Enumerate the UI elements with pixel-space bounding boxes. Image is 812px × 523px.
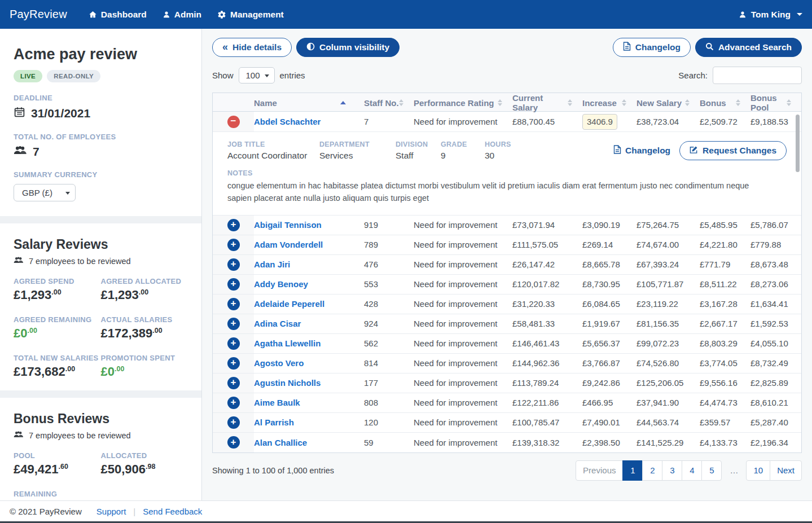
sort-icon (787, 99, 791, 106)
detail-field-label: GRADE (441, 140, 485, 148)
employee-name-link[interactable]: Adina Cisar (254, 319, 364, 328)
stat: ALLOCATED £50,906.98 (101, 451, 188, 477)
current-salary-cell: £113,789.24 (512, 378, 582, 388)
next-page-button[interactable]: Next (770, 460, 802, 481)
staff-no-cell: 919 (364, 220, 414, 230)
bonus-reviews-panel: Bonus Reviews 7 employees to be reviewed… (0, 398, 201, 500)
bonus-pool-cell: £779.88 (750, 240, 801, 249)
stat-label: TOTAL NEW SALARIES (14, 354, 101, 362)
page-button[interactable]: 4 (682, 460, 702, 481)
expand-row-icon[interactable] (227, 397, 240, 409)
hide-details-button[interactable]: « Hide details (212, 38, 292, 57)
employee-name-link[interactable]: Adam Vonderdell (254, 240, 364, 249)
staff-no-cell: 924 (364, 319, 414, 328)
employee-name-link[interactable]: Al Parrish (254, 417, 364, 427)
nav-item-dashboard[interactable]: Dashboard (89, 10, 147, 20)
expand-row-icon[interactable] (227, 416, 240, 429)
detail-field-value: 30 (485, 151, 536, 161)
user-icon (739, 11, 747, 19)
currency-label: SUMMARY CURRENCY (14, 170, 188, 179)
current-salary-cell: £111,575.05 (512, 240, 582, 249)
employee-name-link[interactable]: Agosto Vero (254, 358, 364, 368)
expand-row-icon[interactable] (227, 318, 240, 330)
send-feedback-link[interactable]: Send Feedback (143, 507, 202, 516)
table-row: Agustin Nicholls 177 Need for improvemen… (213, 373, 801, 393)
employee-name-link[interactable]: Agatha Llewellin (254, 339, 364, 348)
new-salary-cell: £67,393.24 (637, 260, 700, 269)
bonus-cell: £4,474.73 (700, 398, 750, 407)
employee-name-link[interactable]: Adelaide Peperell (254, 299, 364, 309)
expand-row-icon[interactable] (227, 258, 240, 271)
new-salary-cell: £38,723.04 (637, 117, 700, 126)
user-menu[interactable]: Tom King (739, 10, 802, 20)
page-button[interactable]: 5 (701, 460, 722, 481)
bonus-stats: POOL £49,421.60 ALLOCATED £50,906.98 REM… (14, 451, 188, 500)
advanced-search-button[interactable]: Advanced Search (695, 38, 802, 57)
page-button[interactable]: 1 (622, 460, 643, 481)
sort-ascending-icon (340, 101, 346, 104)
column-header-new-salary[interactable]: New Salary (637, 98, 700, 108)
detail-field-value: Staff (396, 151, 441, 161)
column-header-performance-rating[interactable]: Performance Rating (414, 98, 512, 108)
bonus-cell: £8,511.22 (700, 279, 750, 289)
sort-icon (568, 99, 572, 106)
search-label: Search: (678, 71, 708, 80)
column-header-name[interactable]: Name (254, 98, 364, 108)
request-changes-button[interactable]: Request Changes (679, 141, 787, 160)
rating-cell: Need for improvement (414, 117, 512, 126)
rating-cell: Need for improvement (414, 240, 512, 249)
column-header-staff-no[interactable]: Staff No. (364, 98, 414, 108)
expanded-row-group: Abdel Schachter 7 Need for improvement £… (213, 112, 801, 216)
column-header-bonus-pool[interactable]: Bonus Pool (750, 93, 801, 112)
changelog-button[interactable]: Changelog (613, 38, 691, 57)
nav-item-admin[interactable]: Admin (163, 10, 201, 20)
scrollbar-thumb[interactable] (796, 115, 800, 172)
expand-row-icon[interactable] (227, 219, 240, 231)
nav-item-management[interactable]: Management (217, 10, 284, 20)
stat-label: ACTUAL SALARIES (101, 315, 188, 324)
employee-name-link[interactable]: Addy Benoey (254, 279, 364, 289)
employee-name-link[interactable]: Abdel Schachter (254, 117, 364, 126)
column-header-current-salary[interactable]: Current Salary (512, 93, 582, 112)
increase-cell: £8,665.78 (582, 260, 637, 269)
row-changelog-link[interactable]: Changelog (613, 145, 670, 156)
bonus-pool-cell: £9,188.53 (750, 117, 801, 126)
bonus-pool-cell: £2,825.89 (750, 378, 801, 388)
rating-cell: Need for improvement (414, 260, 512, 269)
employee-name-link[interactable]: Adan Jiri (254, 260, 364, 269)
employee-name-link[interactable]: Agustin Nicholls (254, 378, 364, 388)
sort-icon (498, 99, 502, 106)
employee-name-link[interactable]: Aime Baulk (254, 398, 364, 407)
increase-input[interactable] (582, 114, 617, 130)
document-icon (613, 145, 621, 156)
increase-cell: £8,730.95 (582, 279, 637, 289)
pagination-summary: Showing 1 to 100 of 1,000 entries (212, 466, 334, 475)
support-link[interactable]: Support (96, 507, 126, 516)
expand-row-icon[interactable] (227, 298, 240, 310)
expand-row-icon[interactable] (227, 357, 240, 370)
bonus-reviews-title: Bonus Reviews (14, 411, 188, 427)
expand-row-icon[interactable] (227, 436, 240, 449)
search-input[interactable] (713, 67, 802, 84)
previous-page-button[interactable]: Previous (576, 460, 623, 481)
page-size-select[interactable]: 100 (239, 67, 275, 83)
collapse-row-icon[interactable] (227, 116, 240, 128)
stat: ACTUAL SALARIES £172,389.00 (101, 315, 188, 341)
expand-row-icon[interactable] (227, 337, 240, 350)
sort-icon (622, 99, 626, 106)
brand-logo[interactable]: PayReview (10, 8, 67, 21)
currency-select[interactable]: GBP (£) (14, 184, 76, 201)
column-header-bonus[interactable]: Bonus (700, 98, 750, 108)
page-10-button[interactable]: 10 (746, 460, 770, 481)
page-button[interactable]: 2 (642, 460, 662, 481)
staff-no-cell: 553 (364, 279, 414, 289)
increase-cell: £3,766.87 (582, 358, 637, 368)
page-button[interactable]: 3 (662, 460, 682, 481)
employee-name-link[interactable]: Alan Challice (254, 438, 364, 447)
expand-row-icon[interactable] (227, 377, 240, 389)
expand-row-icon[interactable] (227, 278, 240, 291)
expand-row-icon[interactable] (227, 239, 240, 251)
employee-name-link[interactable]: Abigail Tennison (254, 220, 364, 230)
column-header-increase[interactable]: Increase (582, 98, 637, 108)
column-visibility-button[interactable]: Column visibility (296, 38, 400, 57)
